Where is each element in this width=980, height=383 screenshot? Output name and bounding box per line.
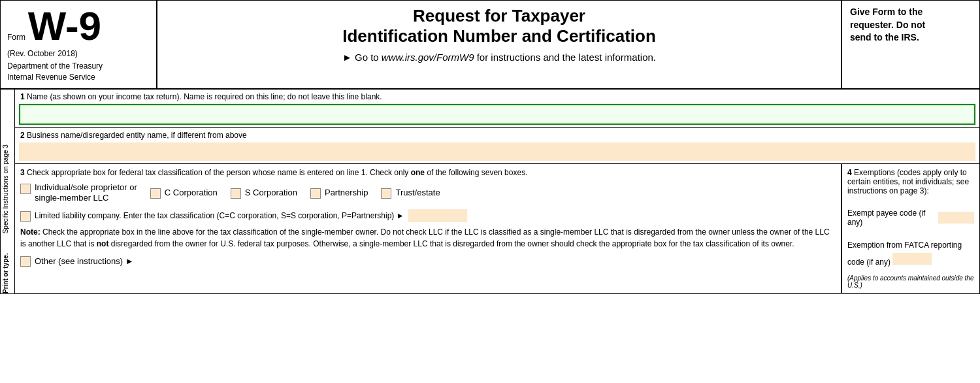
llc-row: Limited liability company. Enter the tax… — [20, 209, 836, 222]
rotated-text-2: Specific Instructions on page 3 — [2, 144, 9, 233]
llc-input[interactable] — [408, 209, 467, 222]
section3-header: 3 Check appropriate box for federal tax … — [20, 168, 836, 177]
rotated-side-label: Print or type. Specific Instructions on … — [1, 90, 15, 294]
other-row: Other (see instructions) ► — [20, 255, 836, 267]
checkbox-llc-box[interactable] — [20, 211, 31, 222]
header-right: Give Form to the requester. Do not send … — [842, 1, 979, 88]
checkbox-c-corp-box[interactable] — [150, 188, 161, 199]
dept-line2: Internal Revenue Service — [7, 73, 95, 82]
field1-row: 1 Name (as shown on your income tax retu… — [15, 90, 979, 128]
applies-note: (Applies to accounts maintained outside … — [847, 275, 974, 289]
checkbox-other-box[interactable] — [20, 256, 31, 267]
section4-header: 4 Exemptions (codes apply only to certai… — [847, 168, 974, 195]
rotated-text-1: Print or type. — [2, 254, 9, 294]
exempt-row: Exempt payee code (if any) — [847, 208, 974, 227]
checkbox-partnership-label: Partnership — [325, 188, 368, 199]
fatca-input[interactable] — [892, 253, 932, 265]
main-title: Request for Taxpayer Identification Numb… — [171, 6, 828, 46]
note-text: Note: Check the appropriate box in the l… — [20, 226, 836, 250]
checkbox-individual-box[interactable] — [20, 184, 31, 194]
rev-date: (Rev. October 2018) — [7, 49, 150, 58]
irs-url: www.irs.gov/FormW9 — [382, 52, 474, 63]
subtitle: ► Go to www.irs.gov/FormW9 for instructi… — [171, 52, 828, 63]
dept-line1: Department of the Treasury — [7, 61, 103, 71]
header-left: Form W-9 (Rev. October 2018) Department … — [1, 1, 157, 88]
form-number: W-9 — [28, 6, 101, 46]
field2-input[interactable] — [19, 142, 975, 161]
fatca-text: Exemption from FATCA reporting code (if … — [847, 240, 974, 269]
section-34: 3 Check appropriate box for federal tax … — [15, 164, 979, 294]
checkbox-s-corp-label: S Corporation — [245, 188, 297, 199]
form-label: Form — [7, 33, 25, 42]
exempt-label: Exempt payee code (if any) — [847, 208, 936, 227]
exempt-input[interactable] — [938, 212, 974, 224]
fatca-label: Exemption from FATCA reporting — [847, 241, 962, 250]
checkbox-individual: Individual/sole proprietor or single-mem… — [20, 182, 137, 205]
main-content: 1 Name (as shown on your income tax retu… — [15, 90, 979, 294]
section-3: 3 Check appropriate box for federal tax … — [15, 164, 842, 293]
form-header: Form W-9 (Rev. October 2018) Department … — [1, 1, 979, 90]
checkbox-partnership-box[interactable] — [310, 188, 321, 199]
field2-row: 2 Business name/disregarded entity name,… — [15, 128, 979, 164]
llc-text: Limited liability company. Enter the tax… — [35, 211, 404, 220]
checkbox-trust-label: Trust/estate — [395, 188, 440, 199]
checkbox-s-corp-box[interactable] — [231, 188, 241, 199]
checkbox-c-corp: C Corporation — [150, 187, 218, 199]
checkbox-individual-label2: single-member LLC — [35, 193, 108, 203]
checkbox-row: Individual/sole proprietor or single-mem… — [20, 182, 836, 205]
dept-info: Department of the Treasury Internal Reve… — [7, 61, 150, 83]
header-center: Request for Taxpayer Identification Numb… — [157, 1, 842, 88]
field1-input[interactable] — [19, 104, 975, 125]
checkbox-trust-box[interactable] — [381, 188, 391, 199]
checkbox-s-corp: S Corporation — [231, 187, 297, 199]
form-body: Print or type. Specific Instructions on … — [1, 90, 979, 294]
checkbox-trust: Trust/estate — [381, 187, 440, 199]
checkbox-partnership: Partnership — [310, 187, 368, 199]
fatca-label2: code (if any) — [847, 258, 890, 267]
field2-label: 2 Business name/disregarded entity name,… — [15, 128, 979, 141]
form-w9: Form W-9 (Rev. October 2018) Department … — [0, 0, 980, 294]
checkbox-c-corp-label: C Corporation — [165, 188, 218, 199]
field1-label: 1 Name (as shown on your income tax retu… — [15, 90, 979, 103]
section-4: 4 Exemptions (codes apply only to certai… — [842, 164, 979, 293]
checkbox-individual-label1: Individual/sole proprietor or — [35, 182, 137, 192]
other-text: Other (see instructions) ► — [35, 256, 134, 266]
